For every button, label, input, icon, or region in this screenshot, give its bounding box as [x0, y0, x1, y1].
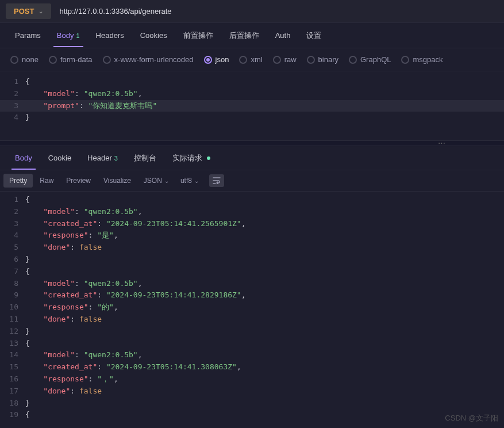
code-line: 4} [0, 112, 504, 124]
bodytype-form-data[interactable]: form-data [49, 55, 93, 64]
tab-body[interactable]: Body [7, 147, 40, 169]
code-line: 6} [0, 254, 504, 266]
line-number: 7 [0, 266, 25, 278]
radio-icon [349, 56, 357, 64]
radio-icon [10, 56, 18, 64]
badge: 3 [114, 155, 118, 162]
code-line: 18} [0, 398, 504, 410]
status-dot-icon [207, 156, 210, 160]
code-line: 12} [0, 326, 504, 338]
line-number: 4 [0, 112, 25, 124]
code-line: 17 "done": false [0, 385, 504, 398]
code-line: 13{ [0, 338, 504, 350]
radio-icon [103, 56, 111, 64]
tab-前置操作[interactable]: 前置操作 [175, 24, 221, 48]
view-modes: PrettyRawPreviewVisualize [3, 174, 137, 188]
line-number: 12 [0, 326, 25, 338]
chevron-down-icon: ⌄ [194, 178, 199, 184]
response-encoding-select[interactable]: utf8 ⌄ [176, 174, 203, 188]
code-line: 8 "model": "qwen2:0.5b", [0, 278, 504, 290]
radio-icon [204, 56, 212, 64]
line-number: 13 [0, 338, 25, 350]
code-line: 14 "model": "qwen2:0.5b", [0, 349, 504, 361]
bodytype-none[interactable]: none [10, 55, 39, 64]
code-line: 1{ [0, 76, 504, 88]
tab-后置操作[interactable]: 后置操作 [221, 24, 267, 48]
line-number: 1 [0, 76, 25, 88]
line-number: 4 [0, 230, 25, 242]
line-number: 11 [0, 314, 25, 326]
tab-body[interactable]: Body1 [49, 24, 88, 47]
bodytype-binary[interactable]: binary [307, 55, 338, 64]
line-number: 14 [0, 349, 25, 361]
tab-设置[interactable]: 设置 [298, 24, 329, 48]
code-line: 9 "created_at": "2024-09-23T05:14:41.282… [0, 289, 504, 301]
line-number: 15 [0, 361, 25, 373]
body-type-row: noneform-datax-www-form-urlencodedjsonxm… [0, 48, 504, 71]
code-line: 3 "created_at": "2024-09-23T05:14:41.256… [0, 218, 504, 230]
line-number: 3 [0, 100, 25, 112]
viewmode-preview[interactable]: Preview [60, 174, 97, 188]
bodytype-msgpack[interactable]: msgpack [401, 55, 443, 64]
viewmode-visualize[interactable]: Visualize [98, 174, 137, 188]
badge: 1 [76, 32, 79, 39]
viewmode-raw[interactable]: Raw [34, 174, 59, 188]
tab-params[interactable]: Params [7, 24, 49, 47]
url-input[interactable] [51, 0, 504, 22]
response-body-editor[interactable]: 1{2 "model": "qwen2:0.5b",3 "created_at"… [0, 192, 504, 422]
line-number: 2 [0, 88, 25, 100]
bodytype-json[interactable]: json [204, 55, 229, 64]
line-number: 8 [0, 278, 25, 290]
chevron-down-icon: ⌄ [164, 178, 169, 184]
request-tabs: ParamsBody1HeadersCookies前置操作后置操作Auth设置 [0, 23, 504, 48]
line-number: 16 [0, 373, 25, 385]
code-line: 5 "done": false [0, 242, 504, 254]
wrap-icon [213, 177, 221, 184]
tab-auth[interactable]: Auth [267, 24, 299, 47]
tab-控制台[interactable]: 控制台 [126, 146, 164, 170]
tab-headers[interactable]: Headers [88, 24, 132, 47]
radio-icon [239, 56, 247, 64]
request-bar: POST ⌄ [0, 0, 504, 23]
bodytype-raw[interactable]: raw [273, 55, 297, 64]
line-number: 10 [0, 301, 25, 314]
tab-header[interactable]: Header3 [79, 147, 126, 169]
line-number: 9 [0, 289, 25, 301]
radio-icon [307, 56, 315, 64]
radio-icon [273, 56, 281, 64]
code-line: 1{ [0, 194, 504, 206]
bodytype-x-www-form-urlencoded[interactable]: x-www-form-urlencoded [103, 55, 194, 64]
line-number: 19 [0, 409, 25, 421]
line-number: 17 [0, 385, 25, 398]
code-line: 10 "response": "的", [0, 301, 504, 314]
code-line: 11 "done": false [0, 314, 504, 326]
line-number: 5 [0, 242, 25, 254]
tab-实际请求[interactable]: 实际请求 [164, 146, 218, 170]
response-tabs: BodyCookieHeader3控制台实际请求 [0, 146, 504, 170]
radio-icon [401, 56, 409, 64]
code-line: 2 "model": "qwen2:0.5b", [0, 88, 504, 100]
code-line: 19{ [0, 409, 504, 421]
request-body-editor[interactable]: 1{2 "model": "qwen2:0.5b",3 "prompt": "你… [0, 71, 504, 140]
wrap-lines-button[interactable] [209, 174, 224, 187]
line-number: 20 [0, 421, 25, 422]
line-number: 6 [0, 254, 25, 266]
code-line: 15 "created_at": "2024-09-23T05:14:41.30… [0, 361, 504, 373]
response-view-bar: PrettyRawPreviewVisualize JSON ⌄ utf8 ⌄ [0, 170, 504, 192]
line-number: 3 [0, 218, 25, 230]
response-format-select[interactable]: JSON ⌄ [139, 174, 174, 188]
tab-cookies[interactable]: Cookies [132, 24, 175, 47]
http-method-select[interactable]: POST ⌄ [6, 3, 51, 19]
code-line: 4 "response": "是", [0, 230, 504, 242]
viewmode-pretty[interactable]: Pretty [3, 174, 33, 188]
code-line: 3 "prompt": "你知道麦克斯韦吗" [0, 100, 504, 112]
pane-divider[interactable] [0, 140, 504, 146]
tab-cookie[interactable]: Cookie [40, 147, 79, 169]
line-number: 1 [0, 194, 25, 206]
code-line: 16 "response": "，", [0, 373, 504, 385]
code-line: 7{ [0, 266, 504, 278]
bodytype-GraphQL[interactable]: GraphQL [349, 55, 391, 64]
code-line: 2 "model": "qwen2:0.5b", [0, 206, 504, 218]
watermark: CSDN @文子阳 [445, 413, 498, 423]
bodytype-xml[interactable]: xml [239, 55, 262, 64]
